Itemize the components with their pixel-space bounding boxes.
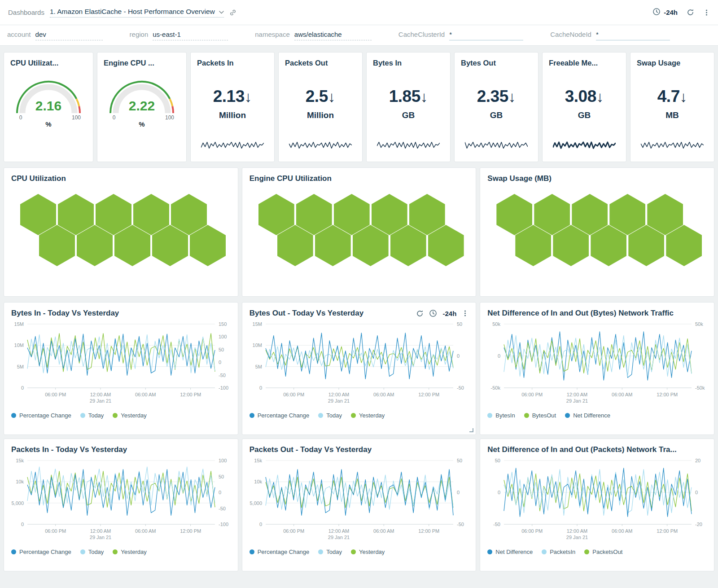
legend-item[interactable]: Net Difference bbox=[565, 412, 610, 419]
legend-label: Percentage Change bbox=[19, 412, 71, 419]
sparkline-chart bbox=[289, 140, 352, 150]
stat-card-packets-in: Packets In2.13↓Million bbox=[190, 52, 275, 162]
breadcrumb[interactable]: Dashboards bbox=[8, 9, 44, 16]
legend-item[interactable]: Today bbox=[80, 412, 104, 419]
filter-value-input[interactable]: us-east-1 bbox=[153, 31, 228, 40]
legend-label: BytesIn bbox=[495, 412, 515, 419]
svg-text:150: 150 bbox=[219, 321, 227, 327]
svg-text:06:00 AM: 06:00 AM bbox=[612, 528, 632, 534]
legend-item[interactable]: PacketsOut bbox=[584, 549, 622, 555]
svg-text:50: 50 bbox=[457, 458, 462, 463]
stat-card-engine-cpu-utilization: Engine CPU ... 2.22 0 100 % bbox=[97, 52, 187, 162]
honeycomb-chart bbox=[242, 186, 476, 292]
chart-legend: BytesInBytesOutNet Difference bbox=[480, 410, 714, 419]
refresh-icon[interactable] bbox=[687, 9, 694, 16]
gauge-value: 2.22 bbox=[129, 98, 155, 113]
svg-text:0: 0 bbox=[457, 490, 460, 495]
legend-label: PacketsIn bbox=[550, 549, 575, 555]
svg-text:06:00 PM: 06:00 PM bbox=[521, 528, 543, 534]
legend-item[interactable]: Percentage Change bbox=[11, 412, 71, 419]
resize-handle[interactable] bbox=[469, 428, 473, 432]
chart-legend: Percentage ChangeTodayYesterday bbox=[4, 410, 238, 419]
svg-text:0: 0 bbox=[457, 353, 460, 359]
sparkline-chart bbox=[641, 140, 704, 150]
line-chart[interactable]: 50k0-50k50k-50k06:00 PM12:00 AM29 Jan 21… bbox=[484, 320, 710, 410]
svg-text:0: 0 bbox=[498, 353, 500, 359]
legend-item[interactable]: BytesIn bbox=[487, 412, 515, 419]
line-chart[interactable]: 15k10k5,0000100500-50-10006:00 PM12:00 A… bbox=[8, 457, 234, 547]
stat-card-title: Bytes Out bbox=[461, 59, 532, 67]
kebab-menu-icon[interactable] bbox=[462, 310, 468, 317]
legend-item[interactable]: Today bbox=[318, 412, 342, 419]
line-chart[interactable]: 15M10M5M0500-5006:00 PM12:00 AM29 Jan 21… bbox=[246, 320, 472, 410]
svg-text:0: 0 bbox=[219, 360, 221, 365]
trend-down-arrow-icon: ↓ bbox=[596, 88, 604, 105]
legend-item[interactable]: Today bbox=[318, 549, 342, 555]
svg-text:0: 0 bbox=[21, 385, 24, 391]
svg-text:12:00 AM: 12:00 AM bbox=[90, 528, 111, 534]
legend-color-dot bbox=[250, 413, 254, 418]
stat-value: 2.35 bbox=[477, 87, 508, 105]
panel-title-row: Engine CPU Utilization bbox=[242, 168, 476, 186]
legend-item[interactable]: Net Difference bbox=[487, 549, 533, 555]
dashboard-title-select[interactable]: 1. Amazon ElastiCache - Host Performance… bbox=[50, 8, 224, 18]
legend-item[interactable]: Percentage Change bbox=[11, 549, 71, 555]
filter-value-input[interactable]: dev bbox=[35, 31, 103, 40]
svg-text:-50k: -50k bbox=[490, 385, 500, 391]
svg-text:12:00 PM: 12:00 PM bbox=[180, 528, 201, 534]
svg-text:06:00 AM: 06:00 AM bbox=[373, 528, 394, 534]
legend-item[interactable]: PacketsIn bbox=[542, 549, 575, 555]
legend-label: Percentage Change bbox=[258, 549, 310, 555]
filter-bar: accountdevregionus-east-1namespaceaws/el… bbox=[0, 25, 718, 46]
filter-label: namespace bbox=[255, 31, 290, 38]
svg-text:5,000: 5,000 bbox=[250, 500, 262, 506]
svg-text:12:00 PM: 12:00 PM bbox=[180, 392, 201, 397]
link-icon[interactable] bbox=[229, 9, 236, 16]
svg-text:29 Jan 21: 29 Jan 21 bbox=[90, 535, 111, 540]
refresh-icon[interactable] bbox=[416, 310, 424, 317]
stat-unit-label: GB bbox=[549, 110, 620, 120]
clock-icon[interactable] bbox=[429, 309, 437, 317]
gauge-chart: 2.22 0 100 bbox=[104, 75, 180, 120]
svg-text:12:00 AM: 12:00 AM bbox=[90, 392, 111, 397]
stat-unit-label: Million bbox=[285, 110, 356, 120]
legend-item[interactable]: Yesterday bbox=[113, 412, 146, 419]
gauge-unit-label: % bbox=[10, 120, 87, 128]
legend-color-dot bbox=[80, 549, 85, 554]
panel-title-row: Bytes In - Today Vs Yesterday bbox=[4, 303, 238, 320]
kebab-menu-icon[interactable] bbox=[703, 9, 710, 16]
legend-color-dot bbox=[565, 413, 570, 418]
panel-title: Bytes Out - Today Vs Yesterday bbox=[250, 309, 363, 318]
svg-text:06:00 PM: 06:00 PM bbox=[45, 392, 66, 397]
line-chart[interactable]: 15k10k5,0000500-5006:00 PM12:00 AM29 Jan… bbox=[246, 457, 472, 547]
panel-time-range-label[interactable]: -24h bbox=[442, 310, 456, 317]
legend-item[interactable]: Today bbox=[80, 549, 104, 555]
legend-item[interactable]: Yesterday bbox=[351, 549, 385, 555]
filter-value-input[interactable]: aws/elasticache bbox=[294, 31, 372, 40]
stat-card-title: Bytes In bbox=[373, 59, 444, 67]
legend-item[interactable]: Percentage Change bbox=[250, 549, 310, 555]
gauge-unit-label: % bbox=[104, 120, 180, 128]
panel-title: Engine CPU Utilization bbox=[250, 174, 332, 183]
line-chart[interactable]: 15M10M5M0150100500-50-10006:00 PM12:00 A… bbox=[8, 320, 234, 410]
stat-card-title: Engine CPU ... bbox=[104, 59, 180, 67]
panel-title-row: Net Difference of In and Out (Packets) N… bbox=[480, 439, 714, 457]
svg-text:15k: 15k bbox=[254, 458, 262, 463]
legend-item[interactable]: Yesterday bbox=[351, 412, 385, 419]
legend-color-dot bbox=[318, 549, 323, 554]
line-chart[interactable]: 500-50200-2006:00 PM12:00 AM29 Jan 2106:… bbox=[484, 457, 710, 547]
svg-text:12:00 PM: 12:00 PM bbox=[657, 528, 678, 534]
svg-text:50: 50 bbox=[219, 347, 224, 352]
svg-text:50: 50 bbox=[219, 474, 224, 479]
legend-item[interactable]: Yesterday bbox=[113, 549, 146, 555]
svg-text:-50: -50 bbox=[219, 506, 226, 511]
legend-item[interactable]: Percentage Change bbox=[250, 412, 310, 419]
filter-value-input[interactable]: * bbox=[449, 31, 523, 40]
filter-value-input[interactable]: * bbox=[596, 31, 670, 40]
legend-item[interactable]: BytesOut bbox=[524, 412, 556, 419]
time-range-control[interactable]: -24h bbox=[652, 8, 678, 18]
stat-cards-row: CPU Utilizat... 2.16 0 100 %Engine CPU .… bbox=[4, 52, 714, 162]
time-range-label: -24h bbox=[664, 9, 678, 16]
svg-text:06:00 PM: 06:00 PM bbox=[283, 392, 304, 397]
legend-color-dot bbox=[113, 413, 118, 418]
